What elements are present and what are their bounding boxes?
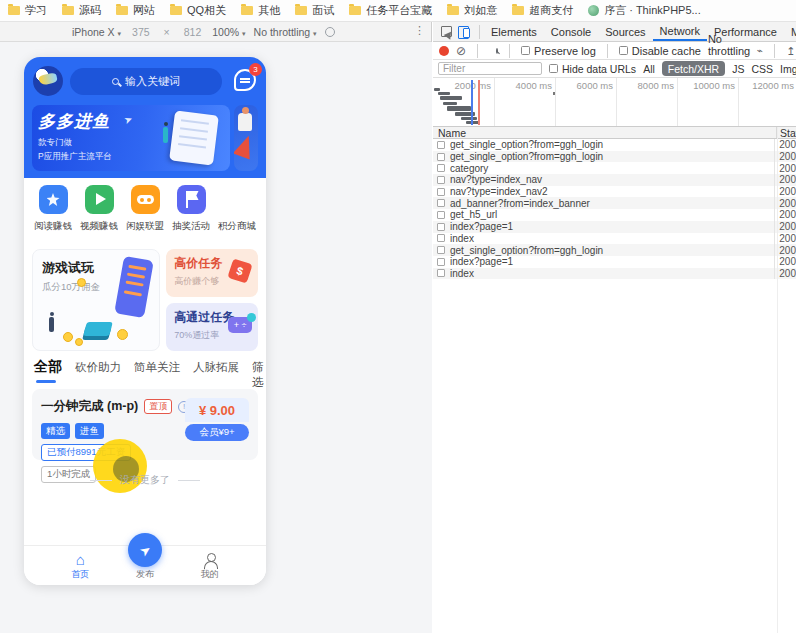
bookmark-label: QQ相关 (187, 3, 226, 18)
nav-item-read[interactable]: 阅读赚钱 (30, 185, 76, 233)
record-icon[interactable] (439, 46, 449, 56)
filter-type-all[interactable]: All (643, 63, 655, 75)
device-height-field[interactable]: 812 (181, 26, 205, 38)
clear-icon[interactable]: ⊘ (456, 46, 466, 56)
app-logo[interactable] (33, 66, 63, 96)
column-header-name[interactable]: Name (433, 127, 777, 138)
request-row[interactable]: get_h5_url200 (433, 209, 796, 221)
column-divider[interactable] (777, 127, 778, 633)
game-trial-card[interactable]: 游戏试玩 瓜分10万佣金 (32, 249, 160, 351)
status-code: 200 (775, 139, 796, 150)
rocket-man-illustration (238, 113, 252, 131)
bookmark-folder[interactable]: 网站 (116, 3, 155, 18)
task-list-item[interactable]: 一分钟完成 (m-p) 置顶 ! 精选 进鱼 已预付8991元工资 1小时完成 … (32, 389, 258, 460)
tab-follow[interactable]: 简单关注 (134, 360, 180, 375)
tab-filter[interactable]: 筛选 (252, 360, 266, 390)
request-row[interactable]: index200 (433, 268, 796, 280)
tab-sources[interactable]: Sources (598, 22, 652, 41)
device-emulation-pane: iPhone X ▾ 375 × 812 100% ▾ No throttlin… (0, 22, 432, 633)
filter-type-js[interactable]: JS (732, 63, 744, 75)
tab-bargain[interactable]: 砍价助力 (75, 360, 121, 375)
waterfall-dot (553, 92, 555, 95)
member-price-button[interactable]: 会员¥9+ (185, 424, 249, 441)
network-conditions-icon[interactable]: ⌁ (757, 45, 763, 56)
tab-network[interactable]: 人脉拓展 (193, 360, 239, 375)
inspect-element-icon[interactable] (441, 26, 452, 37)
high-price-task-card[interactable]: 高价任务 高价赚个够 $ (166, 249, 258, 297)
nav-item-lottery[interactable]: 抽奖活动 (168, 185, 214, 233)
nav-item-points-mall[interactable]: 积分商城 (214, 185, 260, 233)
zoom-select[interactable]: 100% ▾ (212, 26, 245, 38)
request-row[interactable]: get_single_option?from=ggh_login200 (433, 244, 796, 256)
tab-network[interactable]: Network (653, 22, 707, 41)
bookmark-folder[interactable]: 其他 (241, 3, 280, 18)
promo-banner[interactable]: 多多进鱼 ➤ 款专门做 P应用推广主流平台 (32, 105, 230, 171)
separator (477, 44, 478, 58)
network-overview-timeline[interactable]: 2000 ms 4000 ms 6000 ms 8000 ms 10000 ms… (433, 78, 796, 127)
publish-button[interactable]: ➤ (128, 533, 162, 567)
message-badge: 3 (249, 63, 262, 76)
bookmark-folder[interactable]: 学习 (8, 3, 47, 18)
tab-all[interactable]: 全部 (34, 358, 62, 376)
filter-input[interactable] (438, 62, 542, 75)
request-row[interactable]: index?page=1200 (433, 221, 796, 233)
request-row[interactable]: index200 (433, 233, 796, 245)
coin-icon (117, 329, 128, 340)
tab-label: 发布 (136, 568, 154, 581)
coin-icon (77, 278, 86, 287)
task-title: 一分钟完成 (m-p) (41, 398, 138, 415)
filter-type-css[interactable]: CSS (751, 63, 773, 75)
filter-type-img[interactable]: Img (780, 63, 796, 75)
request-row[interactable]: get_single_option?from=ggh_login200 (433, 139, 796, 151)
filter-type-fetch-xhr[interactable]: Fetch/XHR (662, 61, 725, 76)
waterfall-bar (443, 102, 457, 105)
checkbox-icon (619, 46, 628, 55)
high-pass-task-card[interactable]: 高通过任务 70%通过率 + ÷ (166, 303, 258, 351)
status-code: 200 (775, 174, 796, 185)
device-toolbar-toggle-icon[interactable] (458, 26, 470, 38)
rotate-icon[interactable] (325, 27, 335, 37)
bookmark-folder[interactable]: 源码 (62, 3, 101, 18)
domcontentloaded-marker (471, 80, 473, 125)
search-icon[interactable] (496, 48, 498, 54)
request-row[interactable]: index?page=1200 (433, 256, 796, 268)
tab-publish[interactable]: ➤ 发布 (113, 546, 178, 585)
banner-title: 多多进鱼 (38, 110, 110, 133)
bookmark-folder[interactable]: 超商支付 (512, 3, 573, 18)
device-select[interactable]: iPhone X ▾ (72, 26, 121, 38)
request-row[interactable]: ad_banner?from=index_banner200 (433, 197, 796, 209)
bookmark-page[interactable]: 序言 · ThinkPHP5... (588, 3, 701, 18)
banner-next-slide[interactable] (234, 105, 258, 171)
bookmark-folder[interactable]: QQ相关 (170, 3, 226, 18)
nav-item-games[interactable]: 闲娱联盟 (122, 185, 168, 233)
search-input[interactable]: 输入关键词 (70, 68, 222, 95)
folder-icon (447, 6, 459, 15)
banner-line3: P应用推广主流平台 (38, 151, 112, 163)
device-width-field[interactable]: 375 (129, 26, 153, 38)
tab-home[interactable]: ⌂ 首页 (48, 546, 113, 585)
status-code: 200 (775, 151, 796, 162)
bookmark-folder[interactable]: 任务平台宝藏 (349, 3, 432, 18)
nav-item-video[interactable]: 视频赚钱 (76, 185, 122, 233)
tab-memory[interactable]: Memory (784, 22, 796, 41)
bookmark-folder[interactable]: 刘如意 (447, 3, 497, 18)
request-row[interactable]: category200 (433, 162, 796, 174)
request-row[interactable]: get_single_option?from=ggh_login200 (433, 151, 796, 163)
import-har-icon[interactable]: ↥ (786, 46, 795, 56)
coin-icon (63, 332, 73, 342)
column-header-status[interactable]: Status (777, 127, 796, 138)
request-row[interactable]: nav?type=index_nav200 (433, 174, 796, 186)
quick-nav-row: 阅读赚钱 视频赚钱 闲娱联盟 抽奖活动 积分商城 (24, 185, 266, 233)
device-toolbar-menu-icon[interactable]: ⋮ (414, 24, 425, 37)
hide-data-urls-checkbox[interactable]: Hide data URLs (549, 63, 636, 75)
tab-elements[interactable]: Elements (484, 22, 544, 41)
request-row[interactable]: nav?type=index_nav2200 (433, 186, 796, 198)
tab-console[interactable]: Console (544, 22, 598, 41)
figure-illustration (49, 317, 54, 332)
preserve-log-checkbox[interactable]: Preserve log (521, 45, 596, 57)
tick-label: 2000 ms (441, 80, 491, 91)
tab-mine[interactable]: 我的 (177, 546, 242, 585)
throttle-select[interactable]: No throttling ▾ (254, 26, 317, 38)
bookmark-folder[interactable]: 面试 (295, 3, 334, 18)
disable-cache-checkbox[interactable]: Disable cache (619, 45, 701, 57)
